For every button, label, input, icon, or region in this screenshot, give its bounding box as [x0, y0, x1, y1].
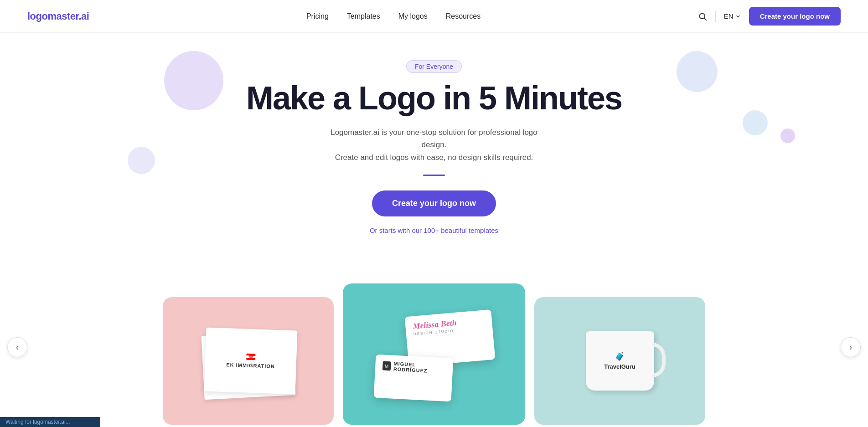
business-cards-wrap: Melissa Beth Design Studio M Miguel Rodr… — [375, 309, 493, 400]
biz-card-name-2: Miguel Rodríguez — [393, 361, 446, 375]
hero-divider — [423, 175, 445, 176]
carousel-arrow-right[interactable]: › — [841, 337, 861, 357]
mug: 🧳 TravelGuru — [586, 331, 654, 391]
navbar-right: EN Create your logo now — [698, 7, 841, 26]
svg-line-1 — [704, 18, 707, 20]
status-text: Waiting for logomaster.ai... — [5, 419, 70, 425]
hero-badge: For Everyone — [406, 60, 462, 73]
paper-stack: EK Immigration Services EK Immigration — [198, 324, 299, 397]
carousel-arrow-left[interactable]: ‹ — [7, 337, 27, 357]
language-selector[interactable]: EN — [724, 12, 741, 20]
mug-logo: 🧳 TravelGuru — [604, 351, 636, 370]
status-bar: Waiting for logomaster.ai... — [0, 417, 100, 425]
biz-card-logo-icon: M — [382, 361, 391, 370]
decorative-circle-4 — [780, 129, 795, 143]
hero-templates-link[interactable]: Or starts with our 100+ beautiful templa… — [9, 226, 859, 234]
nav-link-pricing[interactable]: Pricing — [306, 12, 329, 21]
carousel-section: ‹ EK Immigration Services EK Immigration — [0, 270, 868, 425]
nav-links: Pricing Templates My logos Resources — [306, 12, 480, 21]
mug-wrap: 🧳 TravelGuru — [586, 331, 654, 391]
carousel-card-1: EK Immigration Services EK Immigration — [163, 297, 334, 425]
decorative-circle-5 — [128, 147, 155, 174]
brand-logo[interactable]: logomaster.ai — [27, 10, 89, 22]
nav-link-resources[interactable]: Resources — [446, 12, 480, 21]
card-3-inner: 🧳 TravelGuru — [543, 307, 697, 415]
hero-title: Make a Logo in 5 Minutes — [9, 80, 859, 116]
paper-2: EK Immigration — [204, 328, 297, 395]
hero-subtitle-line2: Create and edit logos with ease, no desi… — [335, 153, 533, 162]
navbar: logomaster.ai Pricing Templates My logos… — [0, 0, 868, 33]
brand-name-accent: .ai — [78, 10, 89, 22]
search-icon[interactable] — [698, 12, 707, 21]
brand-name-plain: logomaster — [27, 10, 78, 22]
hero-subtitle: Logomaster.ai is your one-stop solution … — [320, 126, 548, 164]
mug-logo-text: TravelGuru — [604, 363, 636, 370]
biz-card-secondary: M Miguel Rodríguez — [374, 355, 454, 402]
nav-link-my-logos[interactable]: My logos — [398, 12, 428, 21]
carousel-card-3: 🧳 TravelGuru — [534, 297, 705, 425]
chevron-down-icon — [735, 14, 741, 19]
lang-label: EN — [724, 12, 734, 20]
nav-divider — [715, 11, 716, 22]
travel-icon: 🧳 — [604, 351, 636, 361]
card-1-inner: EK Immigration Services EK Immigration — [171, 307, 326, 415]
carousel-card-2: Melissa Beth Design Studio M Miguel Rodr… — [343, 283, 525, 425]
carousel-track: EK Immigration Services EK Immigration M… — [0, 283, 868, 425]
hero-cta-button[interactable]: Create your logo now — [372, 190, 496, 216]
canada-flag-icon-2 — [246, 354, 255, 360]
hero-section: For Everyone Make a Logo in 5 Minutes Lo… — [0, 33, 868, 270]
nav-link-templates[interactable]: Templates — [347, 12, 380, 21]
nav-cta-button[interactable]: Create your logo now — [749, 7, 841, 26]
card-2-inner: Melissa Beth Design Studio M Miguel Rodr… — [352, 294, 516, 414]
hero-subtitle-line1: Logomaster.ai is your one-stop solution … — [331, 128, 537, 149]
paper-logo-text-2: EK Immigration — [226, 362, 275, 369]
